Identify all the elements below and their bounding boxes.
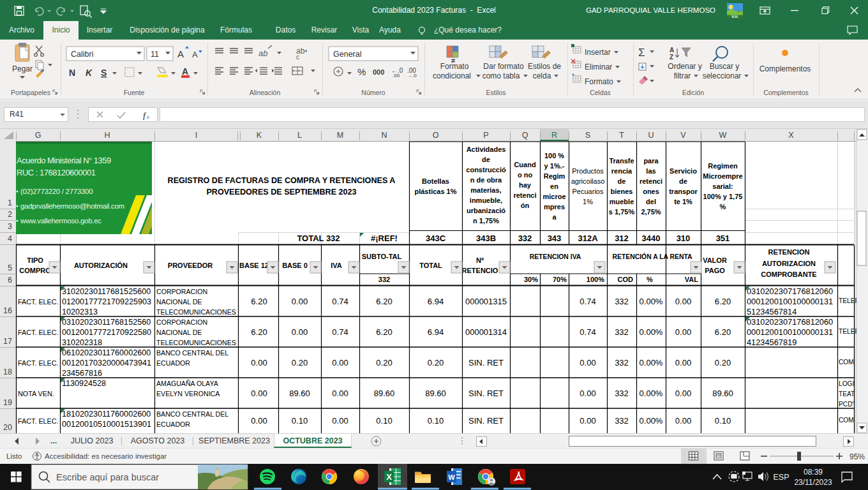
svg-text:08:39: 08:39	[804, 468, 823, 477]
svg-text:100 %: 100 %	[544, 152, 564, 160]
svg-text:Productos: Productos	[572, 167, 604, 175]
svg-text:urbanizació: urbanizació	[467, 207, 505, 214]
svg-text:L: L	[297, 131, 302, 140]
svg-text:6.20: 6.20	[715, 327, 731, 337]
svg-text:filtrar: filtrar	[674, 71, 691, 80]
svg-text:mueble: mueble	[610, 198, 634, 205]
svg-text:Regimen: Regimen	[708, 162, 738, 170]
svg-text:0.10: 0.10	[292, 416, 308, 426]
svg-text:agricoilaso: agricoilaso	[571, 177, 605, 185]
svg-text:ECUADOR: ECUADOR	[156, 420, 190, 428]
svg-text:0.20: 0.20	[715, 358, 731, 368]
svg-text:332: 332	[615, 327, 629, 337]
svg-text:FACT. ELEC.: FACT. ELEC.	[18, 329, 59, 336]
svg-text:30%: 30%	[524, 276, 538, 283]
svg-text:0.00: 0.00	[251, 358, 267, 368]
svg-text:M: M	[337, 131, 343, 140]
svg-text:gadprvallehermoso@hotmail.com: gadprvallehermoso@hotmail.com	[20, 202, 124, 210]
svg-text:(02)2773220 / 2773300: (02)2773220 / 2773300	[20, 188, 93, 195]
svg-text:BANCO CENTRAL DEL: BANCO CENTRAL DEL	[156, 410, 228, 418]
svg-text:NACIONAL DE: NACIONAL DE	[156, 329, 202, 336]
svg-text:351: 351	[716, 234, 730, 243]
svg-text:ESP: ESP	[773, 473, 789, 482]
svg-text:TOTAL: TOTAL	[419, 262, 442, 269]
svg-text:PROVEEDORES DE SEPTIEMBRE 2023: PROVEEDORES DE SEPTIEMBRE 2023	[206, 188, 356, 197]
svg-text:W: W	[448, 473, 455, 481]
svg-text:0.74: 0.74	[580, 297, 595, 306]
svg-text:retenci: retenci	[513, 191, 536, 199]
svg-text:X: X	[788, 131, 794, 140]
svg-text:06102023011760002600: 06102023011760002600	[62, 348, 151, 357]
svg-text:41234567819: 41234567819	[747, 338, 797, 347]
svg-text:51234567814: 51234567814	[747, 307, 797, 316]
svg-text:las: las	[646, 167, 655, 175]
svg-text:n 1,75%: n 1,75%	[473, 217, 499, 225]
svg-text:0.00: 0.00	[675, 416, 691, 426]
svg-text:Escribe aquí para buscar: Escribe aquí para buscar	[56, 472, 159, 482]
svg-text:0.10: 0.10	[376, 416, 392, 426]
svg-text:2,75%: 2,75%	[641, 208, 661, 216]
svg-text:00120010510001513901: 00120010510001513901	[62, 420, 151, 429]
svg-text:COMPROBANTE: COMPROBANTE	[761, 271, 816, 278]
svg-text:N: N	[381, 131, 387, 140]
svg-text:y 1%.-: y 1%.-	[544, 162, 565, 170]
svg-text:Eliminar: Eliminar	[585, 63, 612, 71]
svg-text:Botellas: Botellas	[422, 177, 449, 185]
svg-text:de: de	[618, 177, 626, 185]
svg-text:Calibri: Calibri	[71, 50, 93, 59]
svg-text:0.00%: 0.00%	[640, 416, 663, 426]
svg-text:como tabla: como tabla	[483, 71, 520, 80]
svg-text:6.20: 6.20	[251, 297, 267, 306]
svg-text:FACT. ELEC.: FACT. ELEC.	[18, 417, 59, 425]
svg-text:TELEF: TELEF	[839, 328, 859, 335]
svg-text:0.20: 0.20	[428, 358, 444, 368]
svg-text:19: 19	[3, 398, 12, 407]
svg-text:6.20: 6.20	[376, 297, 392, 306]
svg-text:95%: 95%	[849, 452, 865, 461]
svg-text:BASE 0: BASE 0	[282, 262, 308, 269]
svg-text:6.20: 6.20	[715, 297, 731, 306]
svg-text:o no: o no	[518, 171, 532, 179]
svg-text:V.H.: V.H.	[731, 15, 738, 19]
svg-text:89.60: 89.60	[425, 389, 446, 398]
svg-text:332: 332	[615, 297, 629, 306]
svg-text:%: %	[357, 66, 366, 77]
svg-text:COMPRO: COMPRO	[19, 267, 51, 274]
svg-text:W: W	[719, 131, 727, 140]
svg-text:X: X	[386, 472, 392, 482]
svg-text:0.00: 0.00	[580, 416, 595, 426]
svg-text:0.00: 0.00	[251, 389, 267, 398]
svg-text:10202313: 10202313	[62, 308, 98, 316]
svg-text:Transfe: Transfe	[609, 157, 634, 165]
svg-text:332: 332	[615, 416, 629, 426]
svg-text:0.00: 0.00	[580, 358, 595, 368]
svg-text:0.10: 0.10	[715, 416, 731, 426]
svg-text:TELECOMUNICACIONES: TELECOMUNICACIONES	[156, 308, 236, 316]
svg-text:hay: hay	[519, 181, 532, 189]
svg-text:K: K	[86, 68, 93, 78]
svg-text:1: 1	[8, 198, 12, 207]
svg-text:18: 18	[3, 368, 12, 376]
svg-text:V: V	[680, 131, 686, 140]
svg-text:0001200100100000131: 0001200100100000131	[747, 327, 833, 337]
svg-text:0.20: 0.20	[376, 358, 392, 368]
svg-text:0.00: 0.00	[580, 389, 595, 398]
svg-text:RETENCIÓN A LA RENTA: RETENCIÓN A LA RENTA	[612, 253, 692, 260]
svg-text:332: 332	[518, 234, 532, 243]
svg-text:Cuand: Cuand	[514, 161, 535, 168]
svg-text:0.20: 0.20	[292, 358, 308, 368]
svg-text:Formato: Formato	[585, 77, 613, 86]
svg-text:LOGI: LOGI	[839, 380, 854, 387]
svg-text:5: 5	[8, 264, 12, 272]
svg-text:0.00: 0.00	[292, 327, 308, 337]
svg-text:6.20: 6.20	[376, 327, 392, 337]
svg-text:PROVEEDOR: PROVEEDOR	[168, 262, 213, 269]
svg-text:6: 6	[8, 276, 12, 285]
svg-text:S: S	[101, 68, 107, 78]
svg-text:0310202307176812060: 0310202307176812060	[747, 286, 833, 296]
svg-text:0310202307176812060: 0310202307176812060	[747, 317, 833, 327]
svg-text:COM: COM	[839, 417, 854, 424]
svg-text:TEAT: TEAT	[839, 390, 855, 397]
svg-text:celda: celda	[533, 71, 551, 80]
svg-text:rencia: rencia	[611, 167, 632, 175]
